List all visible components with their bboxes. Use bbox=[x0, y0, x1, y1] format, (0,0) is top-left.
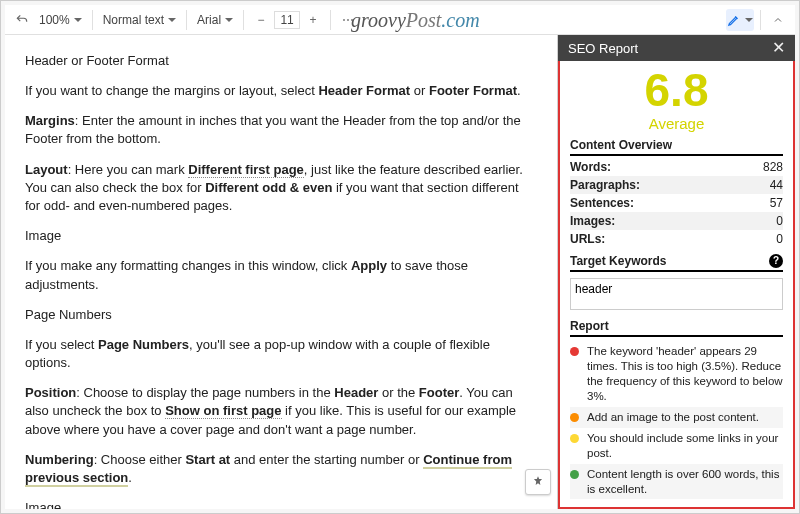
font-value: Arial bbox=[197, 13, 221, 27]
heading: Header or Footer Format bbox=[25, 53, 537, 68]
status-dot-orange bbox=[570, 413, 579, 422]
close-button[interactable]: ✕ bbox=[772, 40, 785, 56]
paragraph: Numbering: Choose either Start at and en… bbox=[25, 451, 537, 487]
seo-score: 6.8 Average bbox=[570, 67, 783, 132]
paragraph: Page Numbers bbox=[25, 306, 537, 324]
toolbar: 100% Normal text Arial − 11 + ⋯ bbox=[5, 5, 795, 35]
star-plus-icon bbox=[531, 475, 545, 489]
stat-row-images: Images:0 bbox=[570, 212, 783, 230]
font-decrease-button[interactable]: − bbox=[250, 9, 272, 31]
more-tools-button[interactable]: ⋯ bbox=[337, 9, 359, 31]
help-icon[interactable]: ? bbox=[769, 254, 783, 268]
style-value: Normal text bbox=[103, 13, 164, 27]
report-item: Content length is over 600 words, this i… bbox=[570, 464, 783, 500]
hide-menus-button[interactable] bbox=[767, 9, 789, 31]
report-title: Report bbox=[570, 319, 783, 337]
zoom-select[interactable]: 100% bbox=[35, 11, 86, 29]
font-size-input[interactable]: 11 bbox=[274, 11, 300, 29]
paragraph: Image bbox=[25, 499, 537, 509]
paragraph: If you want to change the margins or lay… bbox=[25, 82, 537, 100]
paragraph: If you make any formatting changes in th… bbox=[25, 257, 537, 293]
status-dot-green bbox=[570, 470, 579, 479]
stat-row-sentences: Sentences:57 bbox=[570, 194, 783, 212]
stat-row-words: Words:828 bbox=[570, 158, 783, 176]
zoom-value: 100% bbox=[39, 13, 70, 27]
paragraph-style-select[interactable]: Normal text bbox=[99, 11, 180, 29]
document-body[interactable]: Header or Footer Format If you want to c… bbox=[5, 35, 557, 509]
paragraph: Layout: Here you can mark Different firs… bbox=[25, 161, 537, 216]
paragraph: Position: Choose to display the page num… bbox=[25, 384, 537, 439]
status-dot-red bbox=[570, 347, 579, 356]
report-item: Add an image to the post content. bbox=[570, 407, 783, 428]
pencil-icon bbox=[727, 13, 741, 27]
keywords-input[interactable]: header bbox=[570, 278, 783, 310]
font-increase-button[interactable]: + bbox=[302, 9, 324, 31]
chevron-down-icon bbox=[745, 18, 753, 22]
paragraph: If you select Page Numbers, you'll see a… bbox=[25, 336, 537, 372]
explore-button[interactable] bbox=[525, 469, 551, 495]
chevron-down-icon bbox=[168, 18, 176, 22]
font-family-select[interactable]: Arial bbox=[193, 11, 237, 29]
score-label: Average bbox=[570, 115, 783, 132]
sidebar-header: SEO Report ✕ bbox=[558, 35, 795, 61]
overview-title: Content Overview bbox=[570, 138, 783, 156]
paragraph: Margins: Enter the amount in inches that… bbox=[25, 112, 537, 148]
chevron-down-icon bbox=[225, 18, 233, 22]
report-item: The keyword 'header' appears 29 times. T… bbox=[570, 341, 783, 407]
sidebar-title: SEO Report bbox=[568, 41, 638, 56]
undo-button[interactable] bbox=[11, 9, 33, 31]
chevron-down-icon bbox=[74, 18, 82, 22]
keywords-title: Target Keywords ? bbox=[570, 254, 783, 272]
status-dot-yellow bbox=[570, 434, 579, 443]
score-number: 6.8 bbox=[570, 67, 783, 113]
report-item: You should include some links in your po… bbox=[570, 428, 783, 464]
paragraph: Image bbox=[25, 227, 537, 245]
editing-mode-button[interactable] bbox=[726, 9, 754, 31]
stat-row-urls: URLs:0 bbox=[570, 230, 783, 248]
stat-row-paragraphs: Paragraphs:44 bbox=[570, 176, 783, 194]
seo-sidebar: SEO Report ✕ 6.8 Average Content Overvie… bbox=[557, 35, 795, 509]
